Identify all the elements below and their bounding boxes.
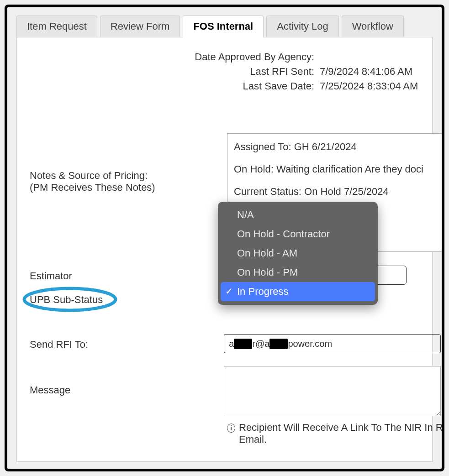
substatus-label: UPB Sub-Status [30, 292, 226, 306]
info-row: i Recipient Will Receive A Link To The N… [227, 422, 444, 445]
notes-label-line1: Notes & Source of Pricing: [30, 168, 148, 181]
dropdown-option-na[interactable]: N/A [221, 205, 375, 225]
panel-fos-internal: Date Approved By Agency: Last RFI Sent: … [16, 37, 433, 462]
tab-activity-log[interactable]: Activity Log [266, 16, 339, 37]
tab-item-request[interactable]: Item Request [16, 16, 97, 37]
message-row: Message [30, 366, 441, 416]
last-save-label: Last Save Date: [187, 80, 320, 92]
estimator-label: Estimator [30, 268, 226, 282]
dropdown-option-onhold-contractor[interactable]: On Hold - Contractor [221, 225, 375, 244]
info-text: Recipient Will Receive A Link To The NIR… [239, 422, 444, 445]
substatus-dropdown[interactable]: N/A On Hold - Contractor On Hold - AM On… [218, 202, 378, 305]
dropdown-option-in-progress[interactable]: In Progress [221, 282, 375, 301]
last-save-value: 7/25/2024 8:33:04 AM [320, 80, 418, 92]
last-rfi-value: 7/9/2024 8:41:06 AM [320, 66, 412, 78]
sendrfi-label: Send RFI To: [30, 337, 224, 350]
tab-workflow[interactable]: Workflow [342, 16, 404, 37]
sendrfi-row: Send RFI To: axxxxr@axxxxpower.com [30, 334, 441, 353]
dropdown-option-onhold-am[interactable]: On Hold - AM [221, 244, 375, 263]
last-rfi-label: Last RFI Sent: [187, 66, 320, 78]
tab-fos-internal[interactable]: FOS Internal [183, 16, 264, 37]
sendrfi-input[interactable]: axxxxr@axxxxpower.com [224, 334, 441, 353]
date-approved-label: Date Approved By Agency: [187, 51, 320, 63]
message-label: Message [30, 366, 224, 396]
dropdown-option-onhold-pm[interactable]: On Hold - PM [221, 263, 375, 282]
message-textarea[interactable] [224, 366, 441, 416]
notes-line-1: Assigned To: GH 6/21/2024 [234, 139, 444, 154]
info-icon: i [227, 424, 235, 433]
meta-block: Date Approved By Agency: Last RFI Sent: … [187, 51, 428, 92]
window-frame: Item Request Review Form FOS Internal Ac… [5, 5, 444, 471]
tab-bar: Item Request Review Form FOS Internal Ac… [7, 7, 442, 37]
notes-label-block: Notes & Source of Pricing: (PM Receives … [30, 170, 155, 194]
tab-review-form[interactable]: Review Form [100, 16, 180, 37]
notes-label-line2: (PM Receives These Notes) [30, 180, 155, 193]
notes-line-3: Current Status: On Hold 7/25/2024 [234, 184, 444, 199]
notes-line-2: On Hold: Waiting clarification Are they … [234, 162, 444, 177]
